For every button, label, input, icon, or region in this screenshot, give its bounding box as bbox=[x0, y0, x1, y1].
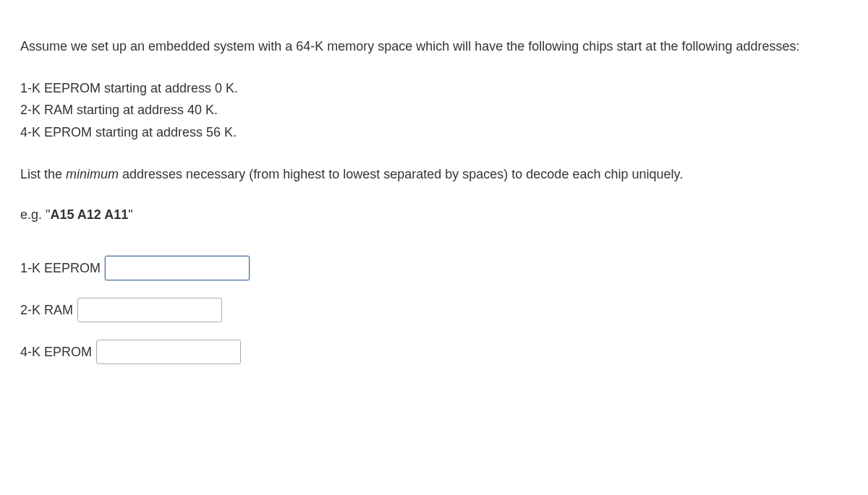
example-bold: A15 A12 A11 bbox=[50, 207, 128, 222]
example-text: e.g. "A15 A12 A11" bbox=[20, 205, 848, 225]
answer-label-eeprom: 1-K EEPROM bbox=[20, 258, 101, 279]
answer-label-eprom: 4-K EPROM bbox=[20, 342, 92, 363]
answer-row-eprom: 4-K EPROM bbox=[20, 340, 848, 364]
answer-row-eeprom: 1-K EEPROM bbox=[20, 256, 848, 280]
instruction-post: addresses necessary (from highest to low… bbox=[119, 167, 683, 181]
instruction-text: List the minimum addresses necessary (fr… bbox=[20, 164, 848, 185]
instruction-pre: List the bbox=[20, 167, 66, 181]
chip-item: 2-K RAM starting at address 40 K. bbox=[20, 99, 848, 121]
chip-item: 4-K EPROM starting at address 56 K. bbox=[20, 121, 848, 144]
answer-label-ram: 2-K RAM bbox=[20, 300, 73, 321]
answer-input-eprom[interactable] bbox=[96, 340, 241, 364]
example-post: " bbox=[128, 207, 132, 222]
chip-item: 1-K EEPROM starting at address 0 K. bbox=[20, 77, 848, 100]
answer-input-eeprom[interactable] bbox=[105, 256, 250, 280]
example-pre: e.g. " bbox=[20, 207, 50, 222]
answer-input-ram[interactable] bbox=[77, 298, 222, 322]
answer-row-ram: 2-K RAM bbox=[20, 298, 848, 322]
intro-text: Assume we set up an embedded system with… bbox=[20, 36, 848, 57]
chip-list: 1-K EEPROM starting at address 0 K. 2-K … bbox=[20, 77, 848, 144]
instruction-emphasis: minimum bbox=[66, 167, 119, 181]
